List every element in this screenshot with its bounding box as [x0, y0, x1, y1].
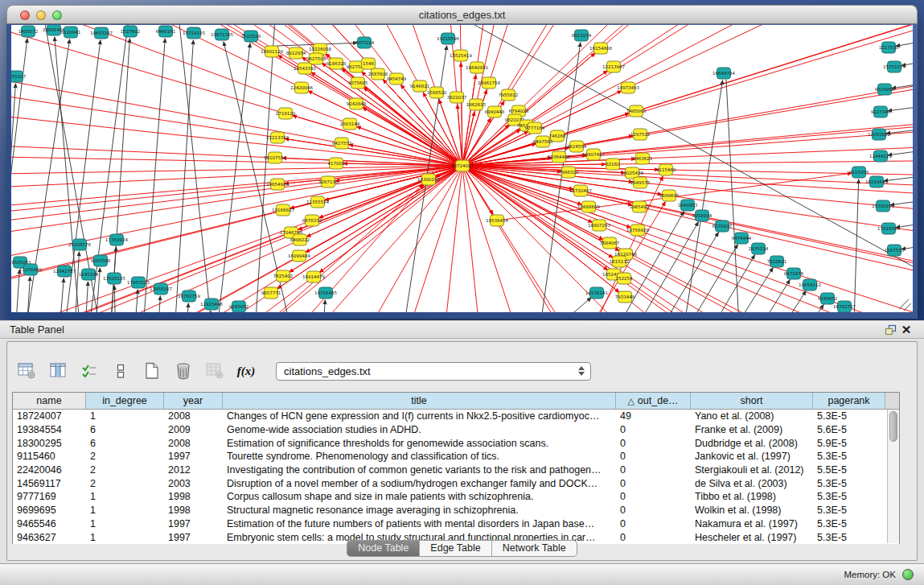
cell-name: 18724007 — [13, 410, 86, 422]
memory-status-label: Memory: OK — [844, 570, 896, 579]
node-label: 9699695 — [659, 193, 680, 198]
node-label: 1167533 — [885, 248, 905, 253]
node-label: 8813074 — [572, 33, 592, 38]
column-header-in_degree[interactable]: in_degree — [86, 393, 164, 409]
select-rows-icon[interactable] — [78, 360, 101, 381]
citation-network-graph[interactable]: 1405572208914068120941106532871527602646… — [11, 25, 913, 312]
node-label: 18226058 — [309, 47, 331, 51]
node-label: 1965492 — [630, 204, 650, 209]
cell-out_degree: 49 — [616, 410, 691, 422]
column-header-out_degree[interactable]: △out_de… — [616, 393, 691, 409]
minimize-button[interactable] — [36, 10, 46, 20]
node-label: 16961758 — [478, 80, 500, 85]
node-label: 7515528 — [241, 34, 261, 39]
tab-node-table[interactable]: Node Table — [347, 541, 420, 556]
node-label: 10756928 — [626, 228, 649, 233]
node-label: 12213967 — [602, 64, 625, 69]
node-label: 2055107 — [11, 74, 27, 79]
delete-column-icon[interactable] — [203, 360, 226, 381]
close-icon[interactable]: ✕ — [898, 323, 914, 337]
table-row[interactable]: 2242004622012Investigating the contribut… — [13, 463, 899, 477]
node-label: 6466161 — [156, 29, 176, 34]
node-label: 8186328 — [326, 61, 347, 66]
cell-short: Wolkin et al. (1998) — [691, 505, 813, 516]
table-row[interactable]: 911546021997Tourette syndrome. Phenomeno… — [13, 450, 899, 463]
node-label: 16782757 — [833, 304, 856, 309]
cell-out_degree: 0 — [616, 518, 691, 529]
table-row[interactable]: 977716911998Corpus callosum shape and si… — [13, 490, 899, 504]
cell-in_degree: 2 — [86, 464, 164, 476]
node-label: 6497568 — [533, 139, 553, 144]
node-label: 9245052 — [229, 304, 249, 309]
status-bar: Memory: OK — [0, 563, 924, 585]
node-label: 15751074 — [883, 64, 906, 69]
node-label: 10688609 — [577, 204, 600, 209]
vertical-scrollbar[interactable] — [887, 410, 899, 543]
node-label: 18640910 — [466, 65, 488, 70]
cell-name: 9115460 — [13, 451, 86, 462]
zoom-button[interactable] — [52, 10, 62, 20]
float-window-icon[interactable] — [882, 323, 898, 337]
node-label: 19671385 — [211, 32, 233, 37]
table-row[interactable]: 1938455462009Genome-wide association stu… — [13, 423, 899, 437]
window-title: citations_edges.txt — [419, 9, 506, 21]
node-label: 7955812 — [499, 93, 519, 97]
node-label: 3684067 — [600, 241, 620, 245]
cell-title: Tourette syndrome. Phenomenology and cla… — [223, 451, 616, 462]
network-canvas[interactable]: 1405572208914068120941106532871527602646… — [11, 25, 913, 312]
cell-title: Structural magnetic resonance image aver… — [223, 505, 616, 516]
node-label: 12942757 — [53, 269, 76, 274]
node-label: 8912954 — [286, 51, 306, 56]
network-view-window: citations_edges.txt 14055722089140681209… — [6, 5, 918, 319]
column-chooser-icon[interactable] — [47, 360, 69, 381]
node-label: 13958187 — [150, 286, 172, 291]
node-label: 7932621 — [767, 259, 787, 264]
close-button[interactable] — [20, 10, 30, 20]
new-table-icon[interactable] — [141, 360, 163, 381]
column-header-short[interactable]: short — [691, 393, 813, 409]
node-label: 1615132 — [610, 259, 630, 264]
node-label: 417008 — [328, 161, 345, 166]
table-settings-icon[interactable] — [15, 360, 38, 381]
tab-edge-table[interactable]: Edge Table — [420, 541, 491, 556]
table-type-tabs: Node TableEdge TableNetwork Table — [347, 540, 577, 557]
table-header-row: namein_degreeyeartitle△out_de…shortpager… — [13, 393, 899, 410]
row-height-icon[interactable] — [109, 360, 132, 381]
node-label: 2803144 — [340, 122, 360, 126]
node-label: 9329966 — [875, 87, 895, 92]
table-row[interactable]: 946554611997Estimation of the future num… — [13, 517, 899, 531]
node-label: 9375685 — [348, 80, 368, 85]
node-label: 13505135 — [103, 276, 125, 281]
node-label: 20206576 — [68, 242, 91, 247]
cell-short: de Silva et al. (2003) — [691, 478, 813, 489]
column-header-pagerank[interactable]: pagerank — [813, 393, 885, 409]
network-window-titlebar[interactable]: citations_edges.txt — [6, 5, 918, 24]
node-label: 19218596 — [437, 36, 459, 41]
node-label: 7933448 — [615, 295, 635, 299]
column-header-title[interactable]: title — [223, 393, 616, 409]
cell-title: Disruption of a novel member of a sodium… — [223, 478, 616, 489]
memory-ok-indicator-icon[interactable] — [902, 569, 914, 580]
tab-network-table[interactable]: Network Table — [492, 541, 577, 556]
table-selector-dropdown[interactable]: citations_edges.txt — [276, 362, 591, 381]
cell-in_degree: 2 — [86, 478, 164, 489]
delete-table-icon[interactable] — [172, 360, 195, 381]
node-label: 16154808 — [589, 46, 612, 51]
cell-out_degree: 0 — [616, 438, 691, 449]
table-body: 1872400712008Changes of HCN gene express… — [13, 410, 899, 544]
node-label: 8878332 — [302, 218, 322, 223]
function-builder-icon[interactable]: f(x) — [235, 360, 257, 381]
node-label: 12213392 — [266, 135, 289, 140]
scrollbar-thumb[interactable] — [889, 411, 897, 442]
node-label: 15592971 — [872, 204, 894, 208]
cell-name: 9699695 — [13, 505, 86, 516]
table-row[interactable]: 1872400712008Changes of HCN gene express… — [13, 410, 899, 423]
column-header-name[interactable]: name — [13, 393, 86, 409]
table-row[interactable]: 1830029562008Estimation of significance … — [13, 436, 899, 450]
column-header-year[interactable]: year — [164, 393, 223, 409]
table-row[interactable]: 1456911722003Disruption of a novel membe… — [13, 476, 899, 490]
node-label: 1463621 — [633, 156, 653, 161]
table-panel-header[interactable]: Table Panel ✕ — [0, 320, 924, 339]
table-row[interactable]: 969969511998Structural magnetic resonanc… — [13, 504, 899, 517]
cell-short: Stergiakouli et al. (2012) — [691, 464, 813, 476]
